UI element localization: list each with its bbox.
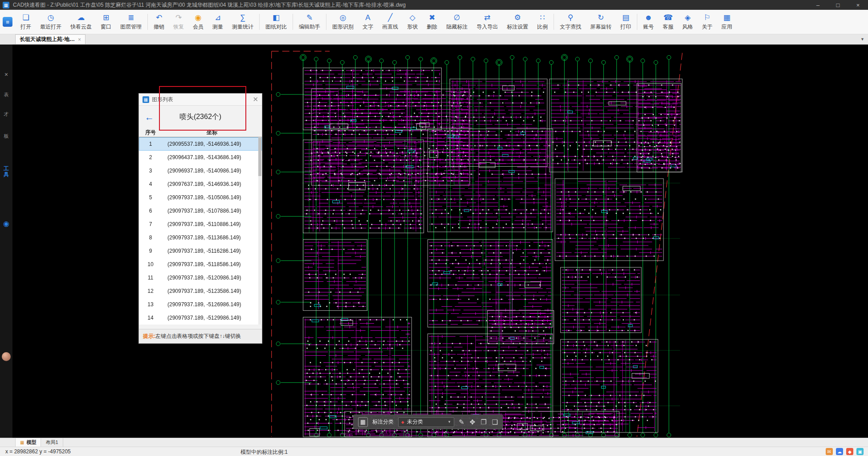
toolbar-button-label: 图层管理 — [120, 23, 142, 31]
table-row[interactable]: 6(29097937.189, -5107886.149) — [139, 204, 262, 218]
toolbar-button-label: 会员 — [193, 23, 204, 31]
toolbar-button-cloud-drive[interactable]: ☁快看云盘 — [66, 11, 96, 33]
cloud-sync-icon[interactable]: ☁ — [836, 448, 843, 455]
panel-close-icon[interactable]: × — [0, 71, 12, 78]
table-row[interactable]: 4(29097637.189, -5146936.149) — [139, 177, 262, 191]
category-grid-icon[interactable]: ▦ — [358, 417, 368, 427]
toolbar-button-delete[interactable]: ✖删除 — [422, 11, 442, 33]
move-icon[interactable]: ✥ — [470, 418, 476, 426]
toolbar-button-hide-annotations[interactable]: ∅隐藏标注 — [442, 11, 472, 33]
toolbar-button-text[interactable]: A文字 — [358, 11, 378, 33]
panel-item-table[interactable]: 表 — [0, 91, 12, 98]
toolbar-button-shape-recognition[interactable]: ◎图形识别 — [328, 11, 358, 33]
coordinate-table-body: 1(29095537.189, -5146936.149)2(29096437.… — [139, 137, 262, 325]
toolbar-button-vip-member[interactable]: ◉会员 — [188, 11, 208, 33]
graphics-list-icon: ▦ — [143, 96, 149, 103]
toolbar-button-label: 撤销 — [154, 23, 164, 31]
row-coordinate: (29095537.189, -5146936.149) — [162, 141, 262, 147]
row-coordinate: (29097937.189, -5110886.149) — [162, 221, 262, 227]
toolbar-button-measure-stats[interactable]: ∑测量统计 — [228, 11, 258, 33]
tab-close-icon[interactable]: × — [78, 37, 81, 43]
close-button[interactable]: × — [848, 0, 868, 10]
table-row[interactable]: 13(29097937.189, -5126986.149) — [139, 298, 262, 311]
warning-icon[interactable]: ◆ — [846, 448, 853, 455]
toolbar-button-style[interactable]: ◈风格 — [678, 11, 697, 33]
row-coordinate: (29097937.189, -5129986.149) — [162, 315, 262, 321]
row-number: 3 — [139, 168, 162, 174]
scale-icon: ∷ — [540, 13, 545, 22]
account-icon: ☻ — [644, 13, 652, 22]
table-row[interactable]: 1(29095537.189, -5146936.149) — [139, 137, 262, 151]
main-menu-button[interactable]: ≡ — [3, 17, 12, 27]
panel-item-ban[interactable]: 板 — [0, 133, 12, 140]
toolbar-button-edit-assistant[interactable]: ✎编辑助手 — [294, 11, 325, 33]
row-number: 7 — [139, 221, 162, 227]
toolbar-button-import-export[interactable]: ⇄导入导出 — [472, 11, 502, 33]
table-row[interactable]: 9(29097937.189, -5116286.149) — [139, 244, 262, 258]
row-coordinate: (29097637.189, -5146936.149) — [162, 181, 262, 187]
toolbar-button-label: 测量统计 — [232, 23, 253, 31]
toolbar-button-screen-rotate[interactable]: ↻屏幕旋转 — [586, 11, 616, 33]
layout-tab-layout1[interactable]: 布局1 — [41, 438, 63, 447]
message-icon[interactable]: ✉ — [826, 448, 833, 455]
toolbar-button-account[interactable]: ☻账号 — [639, 11, 658, 33]
customer-service-icon: ☎ — [663, 13, 672, 22]
minimize-button[interactable]: – — [808, 0, 828, 10]
table-row[interactable]: 3(29096937.189, -5140986.149) — [139, 164, 262, 177]
table-row[interactable]: 7(29097937.189, -5110886.149) — [139, 218, 262, 231]
table-row[interactable]: 2(29096437.189, -5143686.149) — [139, 151, 262, 164]
toolbar-button-redo[interactable]: ↷恢复 — [169, 11, 188, 33]
toolbar-button-undo[interactable]: ↶撤销 — [149, 11, 169, 33]
row-number: 2 — [139, 154, 162, 160]
cloud-drive-icon: ☁ — [77, 13, 85, 22]
table-row[interactable]: 10(29097937.189, -5118586.149) — [139, 258, 262, 271]
toolbar-button-measure[interactable]: ⊿测量 — [208, 11, 228, 33]
redo-icon: ↷ — [175, 13, 182, 22]
copy-icon[interactable]: ❐ — [481, 418, 486, 426]
row-number: 5 — [139, 194, 162, 201]
table-scrollbar[interactable] — [258, 137, 261, 325]
toolbar-button-drawing-compare[interactable]: ◧图纸对比 — [261, 11, 291, 33]
table-row[interactable]: 12(29097937.189, -5123586.149) — [139, 284, 262, 298]
maximize-button[interactable]: □ — [828, 0, 848, 10]
drawing-tab[interactable]: 长垣天诚珑熙上苑-地… × — [15, 34, 86, 44]
panel-avatar[interactable] — [2, 352, 11, 361]
table-row[interactable]: 11(29097937.189, -5120986.149) — [139, 271, 262, 284]
scrollbar-thumb[interactable] — [258, 138, 261, 176]
toolbar-button-recent-open[interactable]: ◷最近打开 — [36, 11, 66, 33]
toolbar-button-scale[interactable]: ∷比例 — [533, 11, 552, 33]
toolbar-button-apps[interactable]: ▦应用 — [717, 11, 737, 33]
edit-annotation-icon[interactable]: ✎ — [459, 418, 465, 426]
toolbar-button-draw-line[interactable]: ╱画直线 — [378, 11, 403, 33]
toolbar-divider — [554, 14, 554, 30]
model-scale-text: 模型中的标注比例:1 — [240, 448, 288, 456]
toolbar-button-label: 文字 — [363, 23, 373, 31]
toolbar-button-label: 打印 — [620, 23, 631, 31]
table-row[interactable]: 5(29097937.189, -5105086.149) — [139, 191, 262, 204]
toolbar-button-annotation-settings[interactable]: ⚙标注设置 — [502, 11, 533, 33]
toolbar-button-label: 比例 — [537, 23, 548, 31]
panel-circle-button[interactable]: ◉ — [0, 219, 12, 228]
tab-list-chevron-icon[interactable]: ▼ — [860, 37, 864, 41]
toolbar-button-shapes[interactable]: ◇形状 — [403, 11, 422, 33]
device-icon[interactable]: ▣ — [856, 448, 864, 455]
paste-icon[interactable]: ❏ — [492, 418, 498, 426]
toolbar-button-text-search[interactable]: ⚲文字查找 — [555, 11, 586, 33]
back-arrow-icon[interactable]: ← — [145, 112, 154, 122]
layout-tab-model[interactable]: ▦模型 — [15, 438, 41, 447]
toolbar-button-window[interactable]: ⊞窗口 — [96, 11, 116, 33]
panel-tools[interactable]: 工具 — [3, 166, 9, 177]
toolbar-button-layer-manager[interactable]: ≣图层管理 — [116, 11, 146, 33]
dialog-close-icon[interactable]: ✕ — [253, 95, 258, 103]
toolbar-button-customer-service[interactable]: ☎客服 — [658, 11, 678, 33]
panel-item-cai[interactable]: 才 — [0, 111, 12, 118]
toolbar-button-print[interactable]: ▤打印 — [616, 11, 636, 33]
category-dropdown[interactable]: ◆ 未分类 ▼ — [398, 417, 454, 427]
table-row[interactable]: 8(29097937.189, -5113686.149) — [139, 231, 262, 244]
row-number: 8 — [139, 234, 162, 241]
toolbar-button-open[interactable]: ❏打开 — [16, 11, 36, 33]
left-panel-strip: ×表才板工具◉ — [0, 45, 12, 438]
statusbar: x = 28982862 y = -4975205 模型中的标注比例:1 ✉☁◆… — [0, 447, 868, 456]
table-row[interactable]: 14(29097937.189, -5129986.149) — [139, 311, 262, 325]
toolbar-button-about[interactable]: ⚐关于 — [697, 11, 717, 33]
